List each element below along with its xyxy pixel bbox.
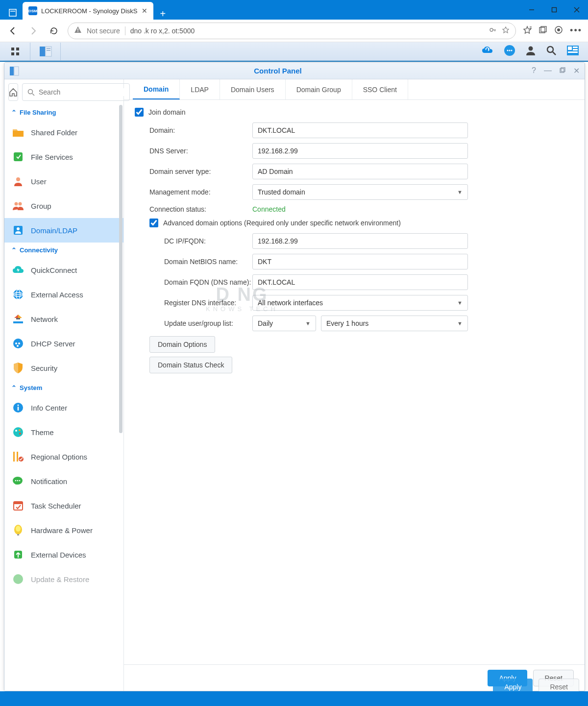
server-type-input[interactable] [252,164,468,179]
svg-point-41 [28,89,33,94]
close-button[interactable] [565,0,588,20]
chevron-down-icon: ▼ [305,320,311,326]
chevron-up-icon: ⌃ [11,384,17,391]
sidebar-item-network[interactable]: Network [4,307,123,331]
svg-rect-1 [10,11,15,12]
win-close-icon[interactable]: ✕ [573,66,580,75]
user-icon[interactable] [525,45,536,58]
fqdn-input[interactable] [252,274,468,290]
domain-input[interactable] [252,122,468,138]
fqdn-label: Domain FQDN (DNS name): [164,278,252,286]
svg-point-29 [529,47,533,51]
reload-button[interactable] [47,24,61,38]
sidebar-item-domain-ldap[interactable]: Domain/LDAP [4,218,123,243]
new-tab-button[interactable]: + [153,8,173,20]
sidebar-item-hardware-power[interactable]: Hardware & Power [4,518,123,542]
mgmt-select[interactable]: Trusted domain▼ [252,184,468,200]
tab-domain[interactable]: Domain [133,79,180,99]
chevron-down-icon: ▼ [457,320,463,326]
scheduler-icon [12,500,24,511]
search-icon[interactable] [546,45,557,58]
tab-domain-users[interactable]: Domain Users [220,79,286,99]
sidebar-item-external-access[interactable]: External Access [4,282,123,307]
control-panel-task[interactable] [30,43,61,60]
favorite-icon[interactable] [502,26,510,36]
section-system[interactable]: ⌃System [4,380,123,395]
cloud-sync-icon[interactable] [481,45,494,58]
connection-status: Connected [252,205,286,213]
section-file-sharing[interactable]: ⌃File Sharing [4,105,123,120]
tab-title: LOCKERROOM - Synology DiskS [41,7,138,15]
sidebar-item-update-restore[interactable]: Update & Restore [4,567,123,591]
join-domain-checkbox[interactable] [135,108,144,117]
extension-icon[interactable] [554,25,563,36]
sidebar-item-user[interactable]: User [4,169,123,194]
back-button[interactable] [6,24,20,38]
update-interval-select[interactable]: Every 1 hours▼ [321,316,468,331]
search-input[interactable] [22,83,130,101]
regional-icon [12,451,24,463]
domain-options-button[interactable]: Domain Options [149,336,215,353]
sidebar-item-dhcp-server[interactable]: DHCP Server [4,331,123,356]
sidebar-item-label: Regional Options [31,453,87,461]
win-maximize-icon[interactable] [560,66,565,75]
chat-icon[interactable] [504,45,515,58]
sidebar-item-label: Task Scheduler [31,502,81,510]
tab-sso-client[interactable]: SSO Client [352,79,408,99]
conn-label: Connection status: [149,205,252,213]
tab-ldap[interactable]: LDAP [180,79,220,99]
svg-point-30 [547,47,553,52]
domain-status-check-button[interactable]: Domain Status Check [149,357,232,373]
update-frequency-select[interactable]: Daily▼ [252,316,316,331]
apps-button[interactable] [0,43,30,60]
sidebar-item-group[interactable]: Group [4,194,123,218]
help-icon[interactable]: ? [532,66,536,75]
sidebar-item-shared-folder[interactable]: Shared Folder [4,120,123,145]
sidebar-item-regional-options[interactable]: Regional Options [4,444,123,469]
dc-input[interactable] [252,233,468,249]
netbios-input[interactable] [252,254,468,269]
maximize-button[interactable] [543,0,565,20]
window-icon [9,66,19,76]
key-icon[interactable] [489,26,497,36]
sidebar-item-security[interactable]: Security [4,356,123,380]
dns-iface-select[interactable]: All network interfaces▼ [252,295,468,311]
sidebar-item-file-services[interactable]: File Services [4,145,123,169]
browser-titlebar: DSM LOCKERROOM - Synology DiskS ✕ + [0,0,588,20]
sidebar-item-quickconnect[interactable]: QuickConnect [4,258,123,282]
dns-input[interactable] [252,143,468,159]
sidebar-item-task-scheduler[interactable]: Task Scheduler [4,493,123,518]
tab-close-icon[interactable]: ✕ [142,7,147,15]
sidebar-item-notification[interactable]: Notification [4,469,123,493]
globe-icon [12,289,24,300]
folder-icon [12,126,24,138]
home-button[interactable] [8,83,18,101]
tab-list-icon[interactable] [6,6,20,20]
sidebar-item-theme[interactable]: Theme [4,420,123,444]
forward-button[interactable] [26,24,40,38]
advanced-options-checkbox[interactable] [149,219,158,227]
sidebar-scrollbar[interactable] [119,105,122,551]
search-field[interactable] [39,88,124,96]
widgets-icon[interactable] [566,45,579,58]
advanced-options-label: Advanced domain options (Required only u… [163,219,401,227]
favorites-icon[interactable] [523,25,532,36]
svg-rect-6 [77,28,78,31]
collections-icon[interactable] [539,25,547,36]
win-minimize-icon[interactable]: — [544,66,552,75]
sidebar-item-label: Network [31,315,58,323]
sidebar-item-external-devices[interactable]: External Devices [4,542,123,567]
sidebar-item-label: Group [31,202,51,210]
section-connectivity[interactable]: ⌃Connectivity [4,243,123,258]
svg-point-56 [15,342,17,344]
sidebar-item-label: Shared Folder [31,128,77,137]
browser-tab[interactable]: DSM LOCKERROOM - Synology DiskS ✕ [23,2,153,20]
minimize-button[interactable] [520,0,543,20]
address-bar[interactable]: Not secure dno .k ro x,2. ot:5000 [68,23,516,39]
sidebar-item-info-center[interactable]: Info Center [4,395,123,420]
sidebar-item-label: Update & Restore [31,575,89,584]
more-icon[interactable]: ••• [570,25,582,36]
services-icon [12,151,24,163]
svg-rect-18 [16,48,19,50]
tab-domain-group[interactable]: Domain Group [286,79,352,99]
